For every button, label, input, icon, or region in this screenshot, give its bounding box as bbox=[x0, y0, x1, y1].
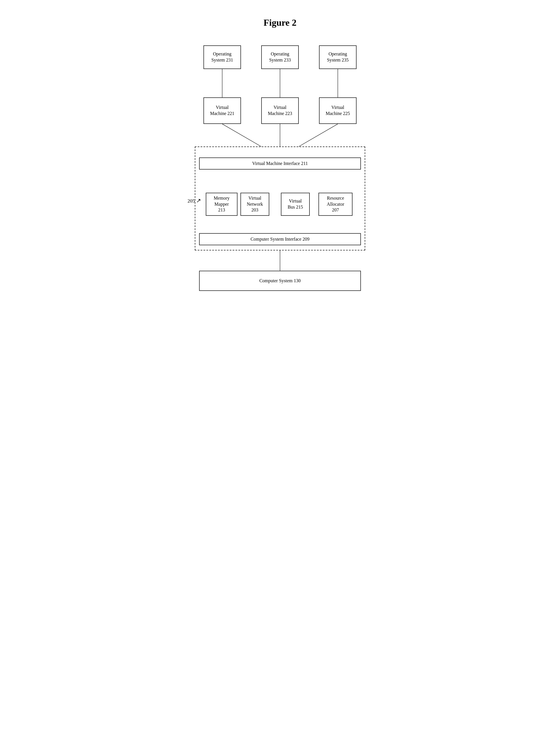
label-205: 205 ↗ bbox=[188, 197, 201, 204]
vmi211-box: Virtual Machine Interface 211 bbox=[199, 157, 361, 170]
os233-box: Operating System 233 bbox=[261, 45, 299, 69]
vm225-box: Virtual Machine 225 bbox=[319, 97, 357, 124]
csi209-box: Computer System Interface 209 bbox=[199, 233, 361, 245]
os235-box: Operating System 235 bbox=[319, 45, 357, 69]
ra207-box: Resource Allocator 207 bbox=[318, 193, 353, 216]
mm213-box: Memory Mapper 213 bbox=[206, 193, 238, 216]
vm223-box: Virtual Machine 223 bbox=[261, 97, 299, 124]
vb215-box: Virtual Bus 215 bbox=[281, 193, 310, 216]
os231-box: Operating System 231 bbox=[203, 45, 241, 69]
vn203-box: Virtual Network 203 bbox=[240, 193, 269, 216]
cs130-box: Computer System 130 bbox=[199, 271, 361, 291]
vm221-box: Virtual Machine 221 bbox=[203, 97, 241, 124]
figure-title: Figure 2 bbox=[189, 17, 371, 28]
